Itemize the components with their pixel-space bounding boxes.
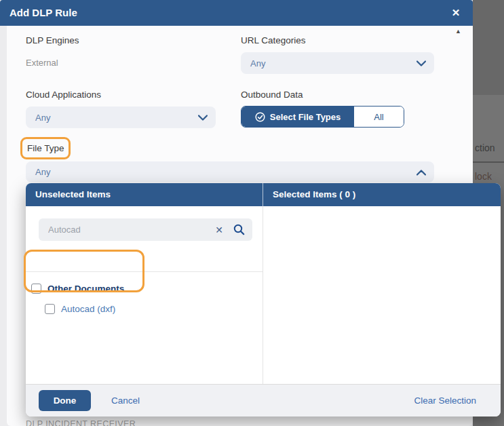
file-type-label: File Type [27, 143, 64, 153]
tree-item-autocad-dxf[interactable]: Autocad (dxf) [26, 298, 263, 319]
selected-items-header: Selected Items ( 0 ) [263, 183, 501, 206]
tree-item-label: Autocad (dxf) [61, 304, 115, 314]
scroll-up-icon[interactable]: ▲ [455, 28, 461, 35]
modal-title: Add DLP Rule [9, 0, 77, 26]
cancel-button[interactable]: Cancel [111, 395, 140, 406]
toggle-option-all[interactable]: All [354, 106, 404, 127]
file-type-selected-value: Any [35, 167, 416, 177]
clear-search-icon[interactable]: ✕ [215, 225, 223, 235]
clear-selection-button[interactable]: Clear Selection [414, 395, 476, 406]
screen: ction lock ▲ Add DLP Rule ✕ DLP Engines … [0, 0, 504, 426]
unselected-items-pane: ✕ Other Documents [26, 206, 263, 384]
close-icon[interactable]: ✕ [448, 0, 464, 26]
unselected-items-header: Unselected Items [26, 183, 263, 206]
background-column-header-partial: ction [475, 142, 495, 153]
cloud-applications-selected-value: Any [35, 113, 198, 123]
picker-header: Unselected Items Selected Items ( 0 ) [26, 183, 501, 206]
picker-footer: Done Cancel Clear Selection [26, 384, 501, 417]
file-type-select[interactable]: Any [26, 161, 434, 182]
chevron-down-icon [416, 57, 426, 69]
dlp-engines-label: DLP Engines [26, 35, 79, 45]
modal-header: Add DLP Rule ✕ [0, 0, 473, 26]
check-circle-icon [255, 112, 265, 122]
file-type-picker-panel: Unselected Items Selected Items ( 0 ) ✕ [26, 183, 501, 417]
dlp-engines-value: External [26, 58, 58, 68]
checkbox-other-documents[interactable] [31, 284, 41, 294]
tree-item-other-documents[interactable]: Other Documents [26, 278, 263, 298]
chevron-up-icon [416, 166, 426, 178]
done-button[interactable]: Done [39, 390, 91, 411]
url-categories-label: URL Categories [241, 35, 306, 45]
selected-items-pane [263, 206, 501, 384]
url-categories-select[interactable]: Any [241, 52, 434, 74]
url-categories-selected-value: Any [250, 58, 416, 69]
clipped-bottom-label: DLP INCIDENT RECEIVER [26, 419, 136, 426]
toggle-option-label: All [374, 112, 383, 122]
checkbox-autocad-dxf[interactable] [45, 304, 55, 314]
search-icon[interactable] [233, 224, 245, 235]
toggle-option-label: Select File Types [270, 112, 341, 122]
cloud-applications-label: Cloud Applications [26, 90, 101, 100]
outbound-data-label: Outbound Data [241, 90, 303, 100]
toggle-option-select-file-types[interactable]: Select File Types [241, 106, 354, 127]
search-input[interactable] [48, 225, 215, 235]
chevron-down-icon [198, 111, 208, 123]
cloud-applications-select[interactable]: Any [26, 106, 216, 128]
tree-item-label: Other Documents [47, 284, 124, 294]
backdrop-band [473, 0, 504, 95]
outbound-data-toggle: Select File Types All [241, 106, 404, 128]
background-cell-partial: lock [475, 171, 492, 182]
background-table-line [473, 161, 504, 163]
file-type-tree: Other Documents Autocad (dxf) [26, 272, 263, 319]
search-box[interactable]: ✕ [39, 218, 252, 241]
